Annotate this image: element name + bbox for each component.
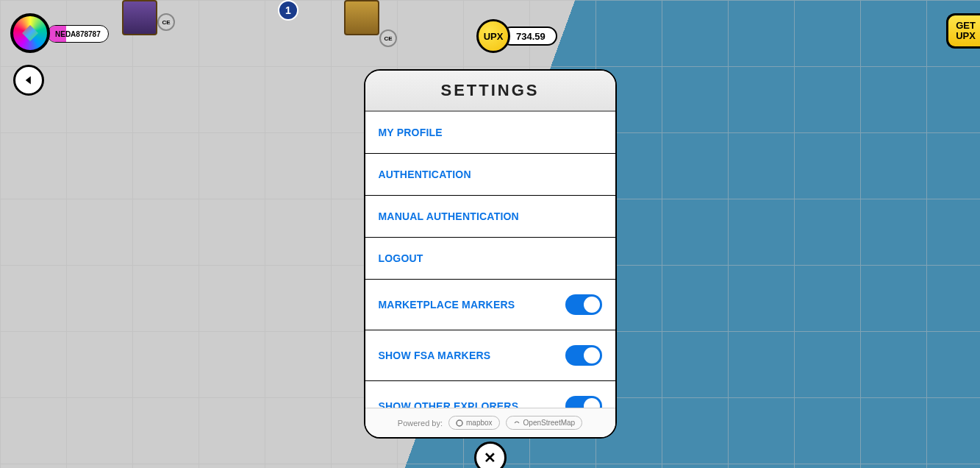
upx-coin-label: UPX — [484, 31, 504, 42]
settings-item[interactable]: SHOW OTHER EXPLORERS — [365, 381, 615, 408]
osm-link[interactable]: OpenStreetMap — [506, 416, 583, 430]
upx-coin-icon: UPX — [476, 19, 510, 53]
building-icon — [344, 0, 379, 35]
settings-item[interactable]: MY PROFILE — [365, 112, 615, 154]
map-building-cluster[interactable]: CE — [331, 0, 404, 52]
settings-item-label: AUTHENTICATION — [379, 169, 471, 180]
close-button[interactable]: ✕ — [474, 442, 507, 468]
svg-point-1 — [457, 420, 462, 426]
powered-by-label: Powered by: — [398, 419, 443, 428]
settings-item-label: SHOW FSA MARKERS — [379, 350, 491, 361]
settings-item[interactable]: MARKETPLACE MARKERS — [365, 280, 615, 330]
user-name-pill[interactable]: NEDA878787 — [47, 25, 109, 43]
map-building-cluster[interactable]: CE — [110, 0, 169, 44]
get-upx-line2: UPX — [956, 31, 976, 41]
settings-item[interactable]: LOGOUT — [365, 238, 615, 280]
toggle-switch[interactable] — [565, 294, 602, 315]
map-count-badge[interactable]: 1 — [278, 0, 298, 21]
badge-count-label: 1 — [285, 4, 291, 16]
settings-item-label: LOGOUT — [379, 252, 423, 264]
panel-title: SETTINGS — [365, 71, 615, 112]
mapbox-icon — [456, 419, 463, 427]
settings-item[interactable]: MANUAL AUTHENTICATION — [365, 196, 615, 238]
ce-badge: CE — [379, 29, 397, 47]
user-name-label: NEDA878787 — [55, 30, 101, 38]
get-upx-button[interactable]: GET UPX — [946, 13, 980, 49]
settings-item-label: MY PROFILE — [379, 127, 443, 138]
avatar-gem-icon — [22, 25, 38, 41]
toggle-switch[interactable] — [565, 396, 602, 408]
settings-item-label: MARKETPLACE MARKERS — [379, 299, 515, 311]
settings-item-label: MANUAL AUTHENTICATION — [379, 210, 519, 222]
settings-item-label: SHOW OTHER EXPLORERS — [379, 400, 519, 408]
settings-item[interactable]: SHOW FSA MARKERS — [365, 330, 615, 381]
settings-panel: SETTINGS MY PROFILEAUTHENTICATIONMANUAL … — [364, 69, 617, 439]
get-upx-line1: GET — [956, 21, 976, 31]
ce-badge: CE — [157, 13, 175, 31]
balance-amount: 734.59 — [516, 31, 546, 42]
svg-marker-0 — [26, 76, 31, 84]
mapbox-link[interactable]: mapbox — [448, 416, 500, 430]
panel-footer: Powered by: mapbox OpenStreetMap — [365, 408, 615, 437]
osm-icon — [513, 419, 521, 427]
building-icon — [122, 0, 157, 35]
close-icon: ✕ — [484, 449, 496, 467]
user-avatar[interactable] — [10, 13, 50, 53]
settings-item[interactable]: AUTHENTICATION — [365, 154, 615, 196]
toggle-switch[interactable] — [565, 345, 602, 366]
settings-list[interactable]: MY PROFILEAUTHENTICATIONMANUAL AUTHENTIC… — [365, 112, 615, 408]
triangle-left-icon — [24, 75, 34, 85]
back-button[interactable] — [13, 65, 44, 96]
balance-widget[interactable]: UPX 734.59 — [476, 19, 557, 53]
